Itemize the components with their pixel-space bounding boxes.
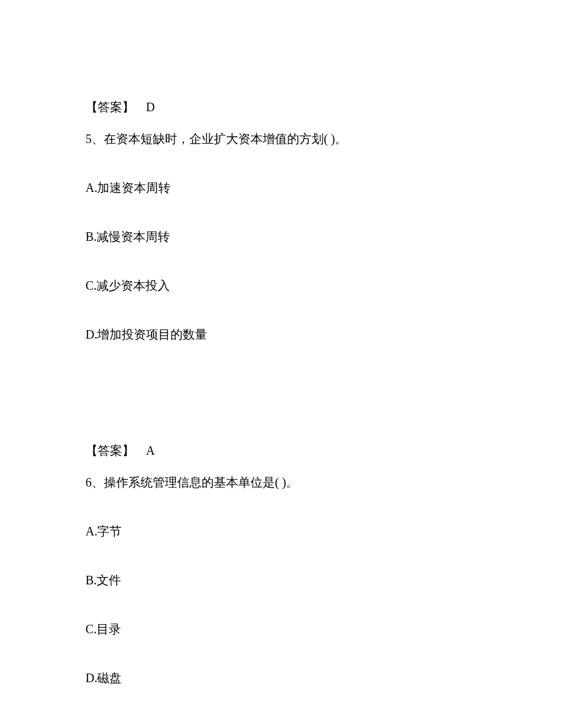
- option-5-d: D.增加投资项目的数量: [86, 325, 476, 344]
- question-5: 5、在资本短缺时，企业扩大资本增值的方划( )。: [86, 130, 476, 148]
- option-6-c: C.目录: [86, 620, 476, 638]
- option-6-d: D.磁盘: [86, 669, 476, 687]
- answer-block-1: 【答案】 D: [86, 98, 476, 116]
- option-5-c: C.减少资本投入: [86, 276, 476, 295]
- answer-label: 【答案】: [86, 444, 134, 457]
- answer-value: D: [146, 100, 155, 114]
- answer-block-2: 【答案】 A: [86, 441, 476, 460]
- answer-label: 【答案】: [86, 100, 134, 114]
- question-6: 6、操作系统管理信息的基本单位是( )。: [86, 473, 476, 491]
- option-5-b: B.减慢资本周转: [86, 227, 476, 246]
- option-5-a: A.加速资本周转: [86, 178, 476, 197]
- answer-value: A: [146, 444, 155, 457]
- option-6-b: B.文件: [86, 571, 476, 589]
- section-gap: [86, 374, 476, 441]
- option-6-a: A.字节: [86, 522, 476, 540]
